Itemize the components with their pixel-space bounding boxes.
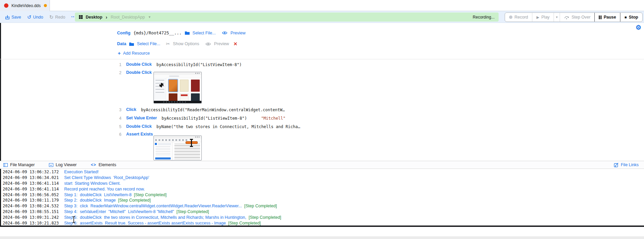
save-icon [5, 15, 10, 20]
playback-controls-group: Record ▶ Play ▾ Step Over Pause [505, 12, 643, 22]
step-row-2[interactable]: 2 Double Click [111, 70, 152, 75]
settings-gear-icon[interactable]: ⚙ [636, 24, 641, 31]
step-action-label[interactable]: Double Click [126, 62, 152, 67]
chevron-right-icon: › [106, 14, 107, 20]
record-button[interactable]: Record [505, 13, 532, 22]
log-timestamp: 2024-06-09 13:06:32.172 [3, 170, 59, 174]
book-cover [169, 80, 177, 92]
thumb-search-results [156, 146, 170, 156]
pause-icon [599, 16, 601, 19]
redo-button[interactable]: ↻ Redo [46, 14, 68, 20]
windows-logo-icon [79, 15, 83, 19]
recording-status-text: Recording... [473, 15, 495, 20]
tab-elements[interactable]: <> Elements [91, 162, 116, 167]
step-row-3[interactable]: 3 Click byAccessibilityId("ReaderMainWin… [111, 107, 285, 112]
play-options-dropdown[interactable]: ▾ [554, 13, 560, 22]
step-row-5[interactable]: 5 Double Click byName("the two stores in… [111, 124, 300, 129]
log-message: Step 1: doubleClick ListViewItem-8 [64, 192, 132, 197]
step-action-label[interactable]: Double Click [126, 124, 152, 129]
stop-icon: ■ [624, 16, 627, 19]
thumb-window-buttons [195, 137, 200, 138]
step-action-label[interactable]: Assert Exists [126, 132, 153, 137]
step-number: 2 [111, 70, 121, 75]
step-row-6[interactable]: 6 Assert Exists [111, 132, 153, 137]
recording-target-bar[interactable]: Desktop › Root_DesktopApp ▾ Recording... [75, 12, 499, 22]
divider [0, 59, 644, 59]
remove-data-button[interactable]: ✕ [233, 41, 237, 47]
tab-title: KindleVideo.dds [11, 3, 41, 8]
file-links-button[interactable]: File Links [614, 162, 639, 167]
book-cover [180, 80, 189, 92]
undo-icon: ↺ [27, 14, 32, 20]
log-row: 2024-06-09 13:08:55.151 Step 4: setValue… [3, 209, 640, 215]
thumb-panel-icon [155, 143, 157, 145]
tab-label: File Manager [10, 162, 35, 167]
step-action-label[interactable]: Set Value Enter [126, 116, 157, 120]
step2-screenshot-thumbnail[interactable] [153, 72, 202, 103]
config-label: Config [117, 31, 131, 35]
tab-file-manager[interactable]: File Manager [3, 162, 35, 167]
save-button[interactable]: Save [2, 15, 24, 20]
play-icon: ▶ [536, 16, 539, 19]
log-timestamp: 2024-06-09 13:06:34.021 [3, 175, 59, 180]
main-toolbar: Save ↺ Undo ↻ Redo ••• Desktop › Root_De… [0, 11, 644, 23]
log-row: 2024-06-09 13:06:41.114 Record point rea… [3, 186, 640, 192]
folder-icon [185, 31, 190, 35]
chevron-down-icon[interactable]: ▾ [148, 15, 150, 19]
tab-label: Log Viewer [56, 162, 77, 167]
log-row: 2024-06-09 13:10:21.823 Step 6: assertEx… [3, 220, 640, 226]
step-action-label[interactable]: Click [126, 107, 136, 112]
config-preview-button[interactable]: Preview [230, 31, 245, 35]
save-label: Save [11, 15, 21, 20]
step-target: byAccessibilityId("ReaderMainWindow.cent… [141, 107, 285, 112]
edit-links-icon [614, 162, 619, 167]
step-row-1[interactable]: 1 Double Click byAccessibilityId("ListVi… [111, 62, 242, 67]
step-row-4[interactable]: 4 Set Value Enter byAccessibilityId("Lis… [111, 116, 285, 121]
config-select-file-button[interactable]: Select File... [193, 31, 216, 35]
thumb-search-panel [154, 142, 172, 160]
log-status: [Step Completed] [249, 215, 281, 220]
data-show-options-button[interactable]: Show Options [173, 41, 199, 46]
config-resource-row: Config {mds}/Root4725__... Select File..… [117, 30, 246, 35]
log-status: [Step Completed] [118, 198, 151, 203]
log-timestamp: 2024-06-09 13:10:21.823 [3, 221, 59, 226]
log-row: 2024-06-09 13:06:56.052 Step 1: doubleCl… [3, 192, 640, 198]
record-icon [509, 16, 512, 19]
eye-icon [222, 31, 227, 35]
file-actions-group: Save ↺ Undo ↻ Redo ••• [2, 11, 80, 23]
window-left-edge [0, 23, 1, 227]
stop-button[interactable]: ■ Stop [620, 13, 642, 22]
step-over-button[interactable]: Step Over [560, 13, 594, 22]
data-preview-button[interactable]: Preview [214, 41, 229, 46]
log-row: 2024-06-09 13:08:24.532 Step 3: click Re… [3, 203, 640, 209]
pause-button[interactable]: Pause [594, 13, 620, 22]
undo-button[interactable]: ↺ Undo [24, 14, 46, 20]
data-label: Data [117, 41, 126, 46]
folder-icon [129, 42, 134, 46]
bottom-panel-tab-bar: File Manager Log Viewer <> Elements File… [0, 161, 644, 169]
breadcrumb-app[interactable]: Root_DesktopApp [111, 15, 145, 20]
thumb-panel-header [158, 143, 171, 145]
thumb-window-buttons [195, 73, 200, 74]
data-select-file-button[interactable]: Select File... [137, 41, 160, 46]
tab-log-viewer[interactable]: Log Viewer [49, 162, 77, 167]
step-input-value: "Mitchell" [261, 116, 285, 121]
thumb-sidebar-text [156, 80, 164, 95]
tab-kindlevideo[interactable]: KindleVideo.dds [0, 0, 50, 11]
add-resource-button[interactable]: + Add Resource [118, 50, 150, 56]
log-message: Step 2: doubleClick Image [64, 198, 116, 203]
screen-bottom-strip [0, 236, 644, 239]
step-over-label: Step Over [571, 15, 590, 20]
log-row: 2024-06-09 13:08:11.179 Step 2: doubleCl… [3, 198, 640, 203]
log-message: start Starting Windows Client. [64, 181, 120, 186]
step6-screenshot-thumbnail[interactable] [153, 136, 202, 160]
step-action-label[interactable]: Double Click [126, 70, 152, 75]
play-button[interactable]: ▶ Play [532, 13, 554, 22]
log-output[interactable]: 2024-06-09 13:06:32.172 Execution Starte… [3, 169, 640, 226]
log-message: Step 3: click ReaderMainWindow.centralWi… [64, 204, 242, 208]
recording-dot-icon [4, 3, 8, 8]
file-links-label: File Links [621, 162, 639, 167]
breadcrumb-device[interactable]: Desktop [86, 15, 102, 20]
record-label: Record [514, 15, 528, 20]
step-number: 6 [111, 132, 121, 137]
